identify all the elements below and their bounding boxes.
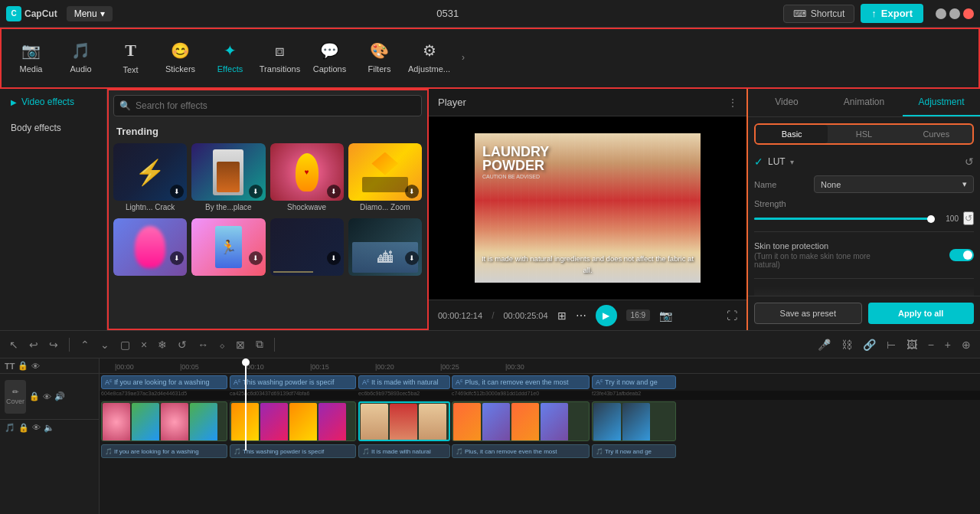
effect-item-3[interactable]: ♥ ⬇ Shockwave [270,143,344,214]
play-button[interactable]: ▶ [596,305,617,326]
video-segment-4[interactable] [452,401,590,441]
close-button[interactable] [963,8,974,19]
aspect-ratio-button[interactable]: 16:9 [626,309,650,321]
stickers-icon: 😊 [171,41,190,60]
filters-label: Filters [368,64,391,74]
sub-tab-curves[interactable]: Curves [900,125,972,143]
tab-animation[interactable]: Animation [825,89,903,116]
tl-redo-button[interactable]: ↪ [46,336,61,354]
tl-split3-button[interactable]: ⊢ [884,336,899,354]
toolbar-text[interactable]: T Text [106,31,155,84]
skin-tone-toggle[interactable] [949,249,974,261]
tl-speed-button[interactable]: ↺ [175,336,190,354]
video-segment-1[interactable] [101,401,227,441]
caption-clip-2-text: This washing powder is specif [243,378,335,386]
effect-item-1[interactable]: ⚡ ⬇ Lightn... Crack [113,143,187,214]
strength-reset-button[interactable]: ↺ [963,211,974,225]
tab-video[interactable]: Video [748,89,825,116]
toolbar-filters[interactable]: 🎨 Filters [354,31,404,84]
tl-crop2-button[interactable]: ⊠ [233,336,248,354]
toolbar-media[interactable]: 📷 Media [6,31,56,84]
maximize-button[interactable] [949,8,960,19]
toolbar-effects[interactable]: ✦ Effects [205,31,255,84]
text-label: Text [122,65,138,74]
export-button[interactable]: ↑ Export [861,4,923,23]
name-prop-select[interactable]: None ▾ [814,175,974,193]
toolbar-transitions[interactable]: ⧈ Transitions [255,31,305,84]
effect-item-5[interactable]: ⬇ [113,218,187,280]
tl-link-button[interactable]: 🔗 [860,336,879,354]
strength-slider[interactable] [754,218,931,220]
effect-item-7[interactable]: ⬇ [270,218,344,280]
sub-tab-basic[interactable]: Basic [756,125,828,143]
tl-zoom-in-button[interactable]: + [942,336,954,354]
ruler-mark-3: |00:15 [310,363,329,371]
player-more-icon[interactable]: ⋮ [728,97,737,108]
save-preset-button[interactable]: Save as preset [754,303,862,324]
timeline-dots-button[interactable]: ⋯ [576,309,586,322]
tl-delete-button[interactable]: × [138,336,150,354]
tl-mic-button[interactable]: 🎤 [815,336,834,354]
effect-download-8[interactable]: ⬇ [405,251,419,265]
tab-adjustment[interactable]: Adjustment [903,89,980,116]
tl-select-button[interactable]: ↖ [6,336,21,354]
tl-overlay-button[interactable]: ⧉ [253,335,266,354]
timeline-content: TT 🔒 👁 ✏ Cover 🔒 👁 🔊 🎵 🔒 👁 🔈 [0,358,980,514]
tl-split-button[interactable]: ⌃ [77,336,93,354]
video-segment-3-selected[interactable] [358,401,450,441]
effect-item-6[interactable]: 🏃 ⬇ [191,218,265,280]
tl-img-button[interactable]: 🖼 [903,336,920,354]
toolbar-audio[interactable]: 🎵 Audio [56,31,106,84]
tl-crop-button[interactable]: ▢ [117,336,133,354]
strength-value: 100 [936,214,959,223]
effect-download-2[interactable]: ⬇ [249,185,263,198]
toolbar-more-button[interactable]: › [454,31,472,84]
fullscreen-button[interactable]: ⛶ [727,309,737,322]
effect-item-2[interactable]: ⬇ By the...place [191,143,265,214]
cover-label: Cover [6,398,24,405]
tl-fit-button[interactable]: ⊕ [959,336,974,354]
tl-keyframe-button[interactable]: ⬦ [216,336,228,354]
sidebar-item-body-effects[interactable]: Body effects [0,115,106,141]
app-name: CapCut [24,8,57,19]
tl-zoom-out-button[interactable]: − [925,336,937,354]
player-title: Player [438,97,466,108]
shortcut-button[interactable]: ⌨ Shortcut [783,5,855,23]
effect-download-4[interactable]: ⬇ [405,185,419,198]
stickers-label: Stickers [165,64,195,74]
cover-edit-button[interactable]: ✏ Cover [5,380,26,414]
audio-track: 🎵 If you are looking for a washing 🎵 Thi… [100,443,980,460]
tl-freeze-button[interactable]: ❄ [155,336,170,354]
right-panel-tabs: Video Animation Adjustment [748,89,980,117]
lut-reset-button[interactable]: ↺ [965,156,974,168]
effect-download-7[interactable]: ⬇ [327,251,341,265]
search-input[interactable] [113,95,422,116]
player-controls: 00:00:12:14 / 00:00:25:04 ⊞ ⋯ ▶ 16:9 📷 ⛶ [429,300,746,330]
video-track [100,400,980,443]
sub-tab-hsl[interactable]: HSL [828,125,900,143]
tl-split-v-button[interactable]: ⌄ [97,336,113,354]
video-segment-2[interactable] [230,401,356,441]
effect-download-6[interactable]: ⬇ [249,251,263,265]
screenshot-button[interactable]: 📷 [659,309,672,322]
effect-download-3[interactable]: ⬇ [327,185,341,198]
tl-chain-button[interactable]: ⛓ [838,336,855,354]
timeline-grid-button[interactable]: ⊞ [557,309,567,322]
toolbar-captions[interactable]: 💬 Captions [305,31,354,84]
menu-button[interactable]: Menu ▾ [67,6,113,21]
tl-undo-button[interactable]: ↩ [26,336,41,354]
toolbar-adjustment[interactable]: ⚙ Adjustme... [404,31,454,84]
tl-mirror-button[interactable]: ↔ [194,336,211,354]
sidebar-item-video-effects[interactable]: ▶ Video effects [0,89,106,115]
video-segment-5[interactable] [592,401,676,441]
apply-all-button[interactable]: Apply to all [868,303,975,324]
minimize-button[interactable] [936,8,946,19]
time-separator: / [492,310,494,321]
menu-label: Menu [74,8,97,19]
effect-item-4[interactable]: ⬇ Diamo... Zoom [348,143,422,214]
menu-arrow-icon: ▾ [100,8,105,19]
time-ruler: |00:00 |00:05 |00:10 |00:15 |00:20 |00:2… [100,358,980,374]
ruler-mark-0: |00:00 [115,363,134,371]
toolbar-stickers[interactable]: 😊 Stickers [155,31,205,84]
effect-item-8[interactable]: 🏙 ⬇ [348,218,422,280]
